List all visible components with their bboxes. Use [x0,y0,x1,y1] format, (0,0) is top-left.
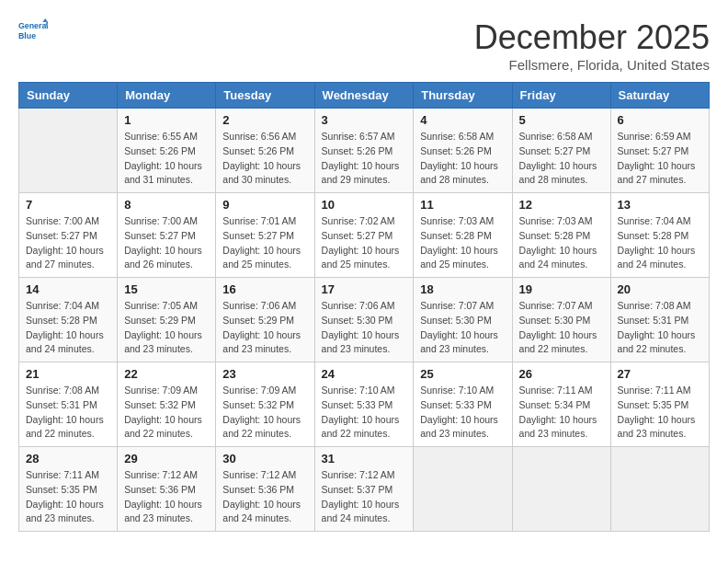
day-info: Sunrise: 6:59 AM Sunset: 5:27 PM Dayligh… [618,130,702,188]
day-info: Sunrise: 7:07 AM Sunset: 5:30 PM Dayligh… [420,299,505,357]
svg-marker-2 [42,18,48,22]
calendar-cell: 17Sunrise: 7:06 AM Sunset: 5:30 PM Dayli… [314,278,414,362]
calendar-cell: 6Sunrise: 6:59 AM Sunset: 5:27 PM Daylig… [610,109,709,193]
day-number: 23 [222,367,307,381]
svg-text:General: General [18,21,48,30]
calendar-cell: 11Sunrise: 7:03 AM Sunset: 5:28 PM Dayli… [414,193,512,278]
day-number: 1 [124,113,209,127]
calendar-cell: 12Sunrise: 7:03 AM Sunset: 5:28 PM Dayli… [512,193,610,278]
day-number: 26 [519,367,604,381]
day-info: Sunrise: 7:11 AM Sunset: 5:34 PM Dayligh… [519,384,604,442]
calendar-cell: 2Sunrise: 6:56 AM Sunset: 5:26 PM Daylig… [216,109,314,193]
calendar-cell [19,109,118,193]
day-info: Sunrise: 7:07 AM Sunset: 5:30 PM Dayligh… [519,299,604,357]
day-info: Sunrise: 7:11 AM Sunset: 5:35 PM Dayligh… [26,468,110,526]
calendar-cell: 27Sunrise: 7:11 AM Sunset: 5:35 PM Dayli… [610,362,709,447]
calendar-subtitle: Fellsmere, Florida, United States [474,57,710,73]
day-number: 9 [222,198,307,212]
calendar-cell: 15Sunrise: 7:05 AM Sunset: 5:29 PM Dayli… [118,278,216,362]
calendar-cell: 4Sunrise: 6:58 AM Sunset: 5:26 PM Daylig… [414,109,512,193]
calendar-title: December 2025 [474,18,710,57]
calendar-week-row: 21Sunrise: 7:08 AM Sunset: 5:31 PM Dayli… [19,362,710,447]
calendar-cell: 7Sunrise: 7:00 AM Sunset: 5:27 PM Daylig… [19,193,118,278]
calendar-cell [414,447,512,532]
calendar-cell: 26Sunrise: 7:11 AM Sunset: 5:34 PM Dayli… [512,362,610,447]
day-info: Sunrise: 7:00 AM Sunset: 5:27 PM Dayligh… [124,214,209,272]
calendar-cell: 24Sunrise: 7:10 AM Sunset: 5:33 PM Dayli… [314,362,414,447]
col-friday: Friday [512,83,610,109]
calendar-week-row: 14Sunrise: 7:04 AM Sunset: 5:28 PM Dayli… [19,278,710,362]
calendar-cell: 9Sunrise: 7:01 AM Sunset: 5:27 PM Daylig… [216,193,314,278]
logo-icon: General Blue [18,18,48,48]
day-info: Sunrise: 6:56 AM Sunset: 5:26 PM Dayligh… [222,130,307,188]
day-number: 6 [618,113,702,127]
day-info: Sunrise: 6:55 AM Sunset: 5:26 PM Dayligh… [124,130,209,188]
day-number: 29 [124,452,209,465]
title-section: December 2025 Fellsmere, Florida, United… [474,18,710,73]
day-info: Sunrise: 7:03 AM Sunset: 5:28 PM Dayligh… [519,214,604,272]
day-info: Sunrise: 7:01 AM Sunset: 5:27 PM Dayligh… [222,214,307,272]
day-number: 11 [420,198,505,212]
calendar-week-row: 7Sunrise: 7:00 AM Sunset: 5:27 PM Daylig… [19,193,710,278]
day-info: Sunrise: 7:08 AM Sunset: 5:31 PM Dayligh… [618,299,702,357]
day-info: Sunrise: 7:04 AM Sunset: 5:28 PM Dayligh… [618,214,702,272]
calendar-cell: 14Sunrise: 7:04 AM Sunset: 5:28 PM Dayli… [19,278,118,362]
day-number: 17 [322,282,407,296]
calendar-cell: 21Sunrise: 7:08 AM Sunset: 5:31 PM Dayli… [19,362,118,447]
calendar-table: Sunday Monday Tuesday Wednesday Thursday… [18,82,710,532]
day-info: Sunrise: 7:10 AM Sunset: 5:33 PM Dayligh… [322,384,407,442]
calendar-cell: 19Sunrise: 7:07 AM Sunset: 5:30 PM Dayli… [512,278,610,362]
calendar-cell: 20Sunrise: 7:08 AM Sunset: 5:31 PM Dayli… [610,278,709,362]
col-wednesday: Wednesday [314,83,414,109]
calendar-cell: 13Sunrise: 7:04 AM Sunset: 5:28 PM Dayli… [610,193,709,278]
calendar-cell: 28Sunrise: 7:11 AM Sunset: 5:35 PM Dayli… [19,447,118,532]
day-number: 31 [322,452,407,465]
day-number: 12 [519,198,604,212]
day-info: Sunrise: 7:04 AM Sunset: 5:28 PM Dayligh… [26,299,110,357]
day-number: 27 [618,367,702,381]
day-info: Sunrise: 7:00 AM Sunset: 5:27 PM Dayligh… [26,214,110,272]
col-tuesday: Tuesday [216,83,314,109]
calendar-cell: 29Sunrise: 7:12 AM Sunset: 5:36 PM Dayli… [118,447,216,532]
day-info: Sunrise: 7:02 AM Sunset: 5:27 PM Dayligh… [322,214,407,272]
day-number: 25 [420,367,505,381]
svg-text:Blue: Blue [18,31,36,40]
day-number: 21 [26,367,110,381]
calendar-week-row: 1Sunrise: 6:55 AM Sunset: 5:26 PM Daylig… [19,109,710,193]
col-thursday: Thursday [414,83,512,109]
day-number: 2 [222,113,307,127]
day-number: 14 [26,282,110,296]
day-info: Sunrise: 7:09 AM Sunset: 5:32 PM Dayligh… [222,384,307,442]
calendar-cell: 25Sunrise: 7:10 AM Sunset: 5:33 PM Dayli… [414,362,512,447]
day-info: Sunrise: 7:03 AM Sunset: 5:28 PM Dayligh… [420,214,505,272]
calendar-cell: 18Sunrise: 7:07 AM Sunset: 5:30 PM Dayli… [414,278,512,362]
day-number: 4 [420,113,505,127]
day-number: 7 [26,198,110,212]
day-number: 28 [26,452,110,465]
day-info: Sunrise: 7:10 AM Sunset: 5:33 PM Dayligh… [420,384,505,442]
day-info: Sunrise: 7:11 AM Sunset: 5:35 PM Dayligh… [618,384,702,442]
calendar-cell: 30Sunrise: 7:12 AM Sunset: 5:36 PM Dayli… [216,447,314,532]
day-info: Sunrise: 7:06 AM Sunset: 5:30 PM Dayligh… [322,299,407,357]
day-info: Sunrise: 6:57 AM Sunset: 5:26 PM Dayligh… [322,130,407,188]
calendar-cell: 31Sunrise: 7:12 AM Sunset: 5:37 PM Dayli… [314,447,414,532]
day-info: Sunrise: 7:06 AM Sunset: 5:29 PM Dayligh… [222,299,307,357]
calendar-week-row: 28Sunrise: 7:11 AM Sunset: 5:35 PM Dayli… [19,447,710,532]
day-info: Sunrise: 7:09 AM Sunset: 5:32 PM Dayligh… [124,384,209,442]
day-info: Sunrise: 7:08 AM Sunset: 5:31 PM Dayligh… [26,384,110,442]
logo: General Blue [18,18,48,48]
day-number: 22 [124,367,209,381]
day-number: 10 [322,198,407,212]
day-number: 16 [222,282,307,296]
calendar-cell: 23Sunrise: 7:09 AM Sunset: 5:32 PM Dayli… [216,362,314,447]
day-number: 20 [618,282,702,296]
day-info: Sunrise: 7:12 AM Sunset: 5:37 PM Dayligh… [322,468,407,526]
calendar-header-row: Sunday Monday Tuesday Wednesday Thursday… [19,83,710,109]
calendar-cell: 16Sunrise: 7:06 AM Sunset: 5:29 PM Dayli… [216,278,314,362]
calendar-cell: 3Sunrise: 6:57 AM Sunset: 5:26 PM Daylig… [314,109,414,193]
calendar-cell: 8Sunrise: 7:00 AM Sunset: 5:27 PM Daylig… [118,193,216,278]
day-info: Sunrise: 6:58 AM Sunset: 5:26 PM Dayligh… [420,130,505,188]
col-saturday: Saturday [610,83,709,109]
calendar-cell [610,447,709,532]
page-header: General Blue December 2025 Fellsmere, Fl… [18,18,710,73]
